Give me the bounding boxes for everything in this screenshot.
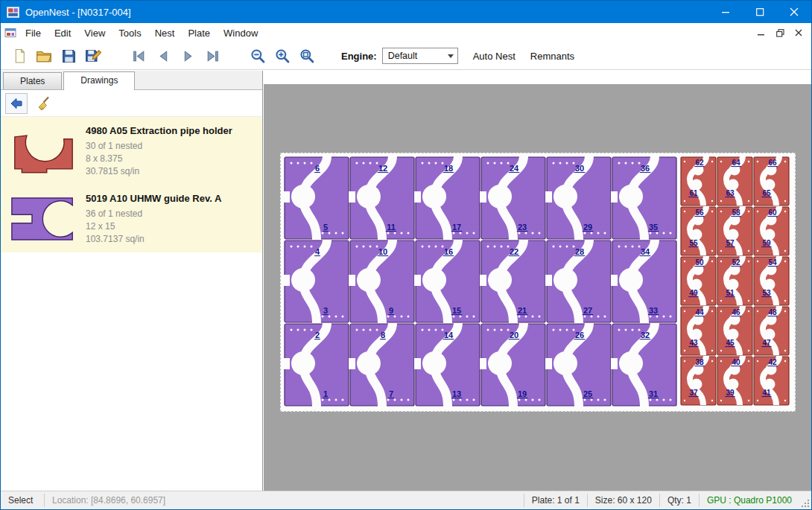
minimize-button[interactable] — [708, 1, 743, 23]
nest-cell-purple[interactable]: 2221 — [480, 240, 545, 323]
mdi-close-icon — [795, 29, 802, 36]
nest-cell-purple[interactable]: 3029 — [545, 156, 611, 240]
nest-cell-red[interactable]: 6665 — [754, 156, 789, 205]
drawing-item-extraction-pipe-holder[interactable]: 4980 A05 Extraction pipe holder 30 of 1 … — [1, 117, 262, 185]
new-button[interactable] — [8, 45, 31, 66]
part-number: 3 — [323, 306, 328, 315]
nest-cell-red[interactable]: 4039 — [717, 356, 752, 405]
nest-cell-red[interactable]: 4645 — [717, 306, 752, 355]
canvas-background[interactable]: 6512111817242330293635431091615222128273… — [264, 84, 811, 491]
nest-cell-purple[interactable]: 87 — [349, 323, 414, 407]
menu-plate[interactable]: Plate — [181, 23, 217, 42]
nest-cell-purple[interactable]: 21 — [283, 323, 349, 407]
mdi-minimize-button[interactable] — [752, 25, 770, 40]
status-qty: Qty: 1 — [660, 491, 699, 509]
nest-cell-purple[interactable]: 1211 — [349, 156, 414, 240]
auto-nest-button[interactable]: Auto Nest — [473, 51, 516, 62]
nest-cell-purple[interactable]: 1817 — [414, 156, 480, 240]
nest-cell-red[interactable]: 5453 — [754, 256, 789, 305]
part-number: 28 — [575, 247, 584, 256]
part-number: 62 — [695, 159, 704, 167]
remnants-button[interactable]: Remnants — [530, 51, 574, 62]
part-thumbnail-purple — [7, 191, 80, 246]
open-button[interactable] — [33, 45, 55, 66]
nest-cell-purple[interactable]: 43 — [283, 240, 349, 323]
nest-cell-purple[interactable]: 3635 — [611, 156, 676, 240]
nest-cell-purple[interactable]: 1615 — [414, 240, 480, 323]
nest-cell-red[interactable]: 6463 — [717, 156, 752, 205]
menu-edit[interactable]: Edit — [48, 23, 77, 42]
nest-cell-purple[interactable]: 1413 — [414, 323, 480, 407]
zoom-fit-button[interactable] — [296, 45, 318, 66]
nav-next-button[interactable] — [177, 45, 199, 66]
nest-cell-red[interactable]: 5049 — [681, 256, 716, 305]
part-number: 65 — [762, 189, 771, 197]
part-number: 15 — [452, 306, 461, 315]
clean-drawings-button[interactable] — [33, 93, 55, 114]
menu-file[interactable]: File — [19, 23, 48, 42]
nest-cell-purple[interactable]: 2019 — [480, 323, 545, 407]
nav-first-button[interactable] — [127, 45, 150, 66]
import-drawing-button[interactable] — [5, 93, 28, 114]
status-size: Size: 60 x 120 — [588, 491, 659, 509]
nest-cell-red[interactable]: 6059 — [754, 206, 789, 255]
nest-cell-red[interactable]: 6261 — [681, 156, 716, 205]
nest-cell-red[interactable]: 5251 — [717, 256, 752, 305]
part-number: 29 — [583, 223, 592, 232]
part-number: 59 — [762, 239, 771, 247]
nest-cell-purple[interactable]: 109 — [349, 240, 414, 323]
menu-window[interactable]: Window — [217, 23, 264, 42]
nest-cell-purple[interactable]: 65 — [283, 156, 349, 240]
save-as-button[interactable] — [82, 45, 104, 66]
nest-cell-red[interactable]: 5655 — [681, 206, 716, 255]
nest-cell-purple[interactable]: 3231 — [611, 323, 676, 407]
nest-cell-purple[interactable]: 2625 — [545, 323, 611, 407]
nest-cell-red[interactable]: 4443 — [681, 306, 716, 355]
engine-select[interactable]: Default — [382, 48, 458, 64]
nest-cell-red[interactable]: 4241 — [754, 356, 789, 405]
nest-cell-red[interactable]: 4847 — [754, 306, 789, 355]
mdi-restore-button[interactable] — [771, 25, 789, 40]
status-plate: Plate: 1 of 1 — [524, 491, 587, 509]
part-number: 61 — [689, 189, 698, 197]
nav-last-button[interactable] — [201, 45, 223, 66]
app-icon — [7, 6, 19, 19]
part-number: 51 — [726, 289, 735, 297]
drawing-item-uhmw-guide[interactable]: 5019 A10 UHMW guide Rev. A 36 of 1 neste… — [1, 185, 262, 252]
part-number: 58 — [732, 208, 740, 217]
part-number: 56 — [695, 208, 704, 217]
engine-label: Engine: — [341, 51, 377, 62]
menu-nest[interactable]: Nest — [148, 23, 182, 42]
status-gpu: GPU : Quadro P1000 — [700, 491, 799, 509]
save-button[interactable] — [57, 45, 80, 66]
mdi-minimize-icon — [758, 29, 765, 36]
tab-plates[interactable]: Plates — [3, 72, 62, 89]
part-number: 47 — [762, 339, 771, 347]
nest-plate[interactable]: 6512111817242330293635431091615222128273… — [280, 153, 796, 412]
nav-prev-button[interactable] — [152, 45, 174, 66]
close-button[interactable] — [777, 1, 811, 23]
part-number: 36 — [641, 164, 650, 173]
nest-cell-purple[interactable]: 3433 — [611, 240, 676, 323]
drawing-title: 5019 A10 UHMW guide Rev. A — [86, 193, 221, 204]
part-number: 38 — [695, 358, 704, 366]
menu-tools[interactable]: Tools — [112, 23, 148, 42]
nest-canvas[interactable]: 6512111817242330293635431091615222128273… — [264, 71, 811, 491]
nest-cell-red[interactable]: 3837 — [681, 356, 716, 405]
zoom-out-button[interactable] — [247, 45, 269, 66]
menu-view[interactable]: View — [77, 23, 112, 42]
mdi-close-button[interactable] — [790, 25, 808, 40]
resize-grip[interactable] — [799, 491, 811, 509]
engine-value: Default — [388, 51, 418, 61]
zoom-in-button[interactable] — [271, 45, 294, 66]
nest-cell-purple[interactable]: 2827 — [545, 240, 611, 323]
tab-drawings[interactable]: Drawings — [63, 71, 135, 90]
part-number: 60 — [768, 208, 777, 217]
drawing-area: 103.7137 sq/in — [86, 233, 221, 246]
save-icon — [61, 48, 77, 64]
part-number: 14 — [444, 331, 454, 340]
nest-cell-red[interactable]: 5857 — [717, 206, 752, 255]
maximize-button[interactable] — [743, 1, 777, 23]
arrow-left-icon — [9, 96, 24, 111]
nest-cell-purple[interactable]: 2423 — [480, 156, 545, 240]
